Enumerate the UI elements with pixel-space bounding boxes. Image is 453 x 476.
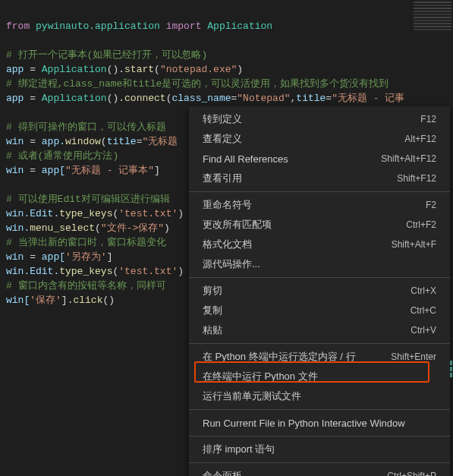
variable: win — [6, 165, 24, 176]
menu-shortcut: Ctrl+Shift+P — [387, 471, 436, 476]
menu-shortcut: Ctrl+V — [411, 325, 436, 336]
menu-command-palette[interactable]: 命令面板... Ctrl+Shift+P — [189, 466, 450, 476]
menu-label: 复制 — [203, 304, 222, 317]
function: type_keys — [59, 266, 112, 277]
comment: # 可以使用Edit对可编辑区进行编辑 — [6, 194, 170, 205]
menu-label: Run Current File in Python Interactive W… — [203, 418, 405, 429]
menu-shortcut: Shift+Alt+F — [392, 239, 436, 250]
menu-label: 在终端中运行 Python 文件 — [203, 370, 318, 383]
menu-separator — [189, 191, 450, 192]
comment: # 绑定进程,class_name和title是可选的，可以灵活使用，如果找到多… — [6, 78, 389, 90]
function: start — [124, 64, 154, 75]
string: "文件->保存" — [101, 222, 164, 234]
menu-label: 更改所有匹配项 — [203, 218, 272, 232]
menu-label: 在 Python 终端中运行选定内容 / 行 — [203, 350, 356, 364]
menu-source-action[interactable]: 源代码操作... — [189, 254, 450, 274]
menu-label: 命令面板... — [203, 469, 250, 476]
menu-copy[interactable]: 复制 Ctrl+C — [189, 301, 450, 320]
menu-label: 源代码操作... — [203, 257, 260, 271]
menu-label: 格式化文档 — [203, 238, 252, 251]
menu-shortcut: Shift+Alt+F12 — [381, 153, 436, 164]
keyword: import — [166, 20, 202, 32]
menu-run-selection[interactable]: 在 Python 终端中运行选定内容 / 行 Shift+Enter — [189, 347, 450, 367]
menu-separator — [189, 409, 450, 410]
menu-label: 排序 import 语句 — [203, 443, 275, 456]
keyword: from — [6, 20, 30, 32]
menu-run-unittest[interactable]: 运行当前单元测试文件 — [189, 386, 450, 406]
variable: win — [6, 136, 24, 147]
comment: # 或者(通常使用此方法) — [6, 150, 118, 162]
class: Application — [42, 64, 107, 75]
menu-shortcut: Ctrl+C — [411, 305, 436, 316]
menu-sort-imports[interactable]: 排序 import 语句 — [189, 440, 450, 459]
menu-separator — [189, 343, 450, 344]
menu-rename-symbol[interactable]: 重命名符号 F2 — [189, 195, 450, 215]
menu-peek-references[interactable]: 查看引用 Shift+F12 — [189, 169, 450, 188]
context-menu: 转到定义 F12 查看定义 Alt+F12 Find All Reference… — [189, 106, 450, 476]
menu-label: 查看定义 — [203, 132, 242, 146]
menu-change-all[interactable]: 更改所有匹配项 Ctrl+F2 — [189, 215, 450, 235]
function: menu_select — [30, 222, 95, 234]
variable: win — [6, 251, 24, 263]
string: '另存为' — [65, 251, 107, 263]
menu-cut[interactable]: 剪切 Ctrl+X — [189, 281, 450, 301]
menu-goto-definition[interactable]: 转到定义 F12 — [189, 109, 450, 129]
function: type_keys — [59, 208, 112, 219]
string: "无标题 - 记事本" — [65, 165, 154, 176]
function: connect — [124, 93, 166, 104]
string: "无标题 — [142, 136, 178, 147]
menu-shortcut: Shift+Enter — [391, 351, 436, 362]
menu-label: 剪切 — [203, 284, 222, 298]
menu-run-interactive[interactable]: Run Current File in Python Interactive W… — [189, 413, 450, 433]
menu-label: 重命名符号 — [203, 198, 252, 212]
class: Application — [42, 93, 107, 104]
menu-find-references[interactable]: Find All References Shift+Alt+F12 — [189, 149, 450, 169]
menu-label: 查看引用 — [203, 172, 242, 185]
function: click — [73, 295, 102, 306]
module: pywinauto.application — [36, 20, 160, 32]
menu-shortcut: F2 — [426, 200, 436, 210]
menu-label: 转到定义 — [203, 112, 242, 126]
menu-label: Find All References — [203, 153, 288, 165]
menu-separator — [189, 277, 450, 278]
comment: # 打开一个记事本(如果已经打开，可以忽略) — [6, 49, 207, 61]
string: "无标题 - 记事 — [332, 93, 404, 104]
menu-shortcut: Alt+F12 — [404, 134, 436, 144]
comment: # 窗口内含有的按钮等名称，同样可 — [6, 280, 166, 292]
menu-run-python-file[interactable]: 在终端中运行 Python 文件 — [189, 367, 450, 386]
string: 'test.txt' — [118, 266, 178, 277]
menu-label: 粘贴 — [203, 323, 222, 337]
menu-shortcut: F12 — [420, 114, 436, 125]
minimap[interactable] — [414, 2, 451, 58]
variable: app — [6, 93, 24, 104]
menu-separator — [189, 436, 450, 437]
string: 'test.txt' — [118, 208, 178, 219]
menu-peek-definition[interactable]: 查看定义 Alt+F12 — [189, 129, 450, 149]
function: window — [65, 136, 101, 147]
string: "notepad.exe" — [160, 64, 237, 75]
string: '保存' — [30, 295, 61, 306]
menu-format-doc[interactable]: 格式化文档 Shift+Alt+F — [189, 235, 450, 254]
comment: # 得到可操作的窗口，可以传入标题 — [6, 121, 166, 133]
string: "Notepad" — [237, 93, 290, 104]
menu-separator — [189, 462, 450, 463]
menu-shortcut: Shift+F12 — [397, 173, 436, 184]
variable: app — [6, 64, 24, 75]
menu-label: 运行当前单元测试文件 — [203, 389, 301, 403]
menu-paste[interactable]: 粘贴 Ctrl+V — [189, 320, 450, 340]
menu-shortcut: Ctrl+F2 — [406, 219, 436, 230]
comment: # 当弹出新的窗口时，窗口标题变化 — [6, 237, 166, 248]
class: Application — [207, 20, 272, 32]
menu-shortcut: Ctrl+X — [411, 285, 436, 296]
